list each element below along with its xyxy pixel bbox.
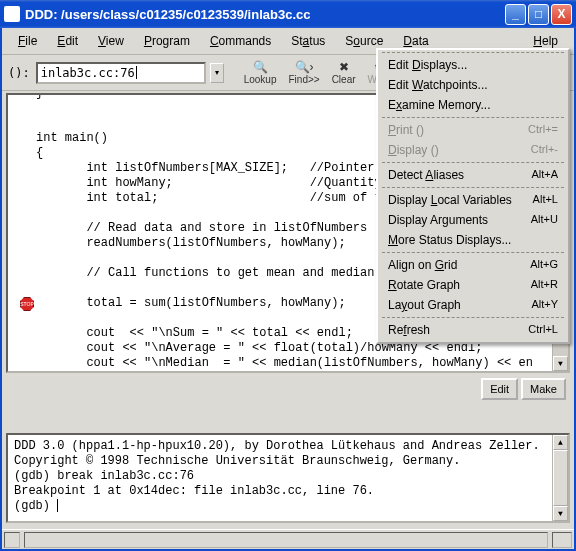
menu-separator bbox=[382, 187, 564, 188]
menu-item-rotate-graph[interactable]: Rotate GraphAlt+R bbox=[378, 275, 568, 295]
menu-item-edit-watchpoints[interactable]: Edit Watchpoints... bbox=[378, 75, 568, 95]
source-line[interactable] bbox=[14, 371, 566, 373]
menu-status[interactable]: Status bbox=[281, 31, 335, 51]
window-body: FileEditViewProgramCommandsStatusSourceD… bbox=[0, 28, 576, 551]
make-button[interactable]: Make bbox=[521, 378, 566, 400]
status-segment bbox=[24, 532, 548, 548]
find-icon: 🔍› bbox=[295, 60, 313, 74]
menu-separator bbox=[382, 317, 564, 318]
lookup-button[interactable]: 🔍Lookup bbox=[238, 58, 283, 87]
lookup-icon: 🔍 bbox=[251, 60, 269, 74]
console-line: Copyright © 1998 Technische Universität … bbox=[14, 454, 562, 469]
source-line[interactable]: cout << "\nMedian = " << median(listOfNu… bbox=[14, 356, 566, 371]
scroll-down-icon[interactable]: ▼ bbox=[553, 356, 568, 371]
console-line: DDD 3.0 (hppa1.1-hp-hpux10.20), by Dorot… bbox=[14, 439, 562, 454]
scroll-up-icon[interactable]: ▲ bbox=[553, 435, 568, 450]
scroll-down-icon[interactable]: ▼ bbox=[553, 506, 568, 521]
scroll-thumb[interactable] bbox=[553, 450, 568, 506]
breakpoint-stop-icon[interactable]: STOP bbox=[20, 297, 34, 311]
menu-item-more-status-displays[interactable]: More Status Displays... bbox=[378, 230, 568, 250]
menu-item-display-local-variables[interactable]: Display Local VariablesAlt+L bbox=[378, 190, 568, 210]
app-icon bbox=[4, 6, 20, 22]
menu-item-display-arguments[interactable]: Display ArgumentsAlt+U bbox=[378, 210, 568, 230]
menu-separator bbox=[382, 162, 564, 163]
console-line: (gdb) bbox=[14, 499, 562, 514]
menu-tearoff[interactable] bbox=[382, 52, 564, 53]
menu-item-edit-displays[interactable]: Edit Displays... bbox=[378, 55, 568, 75]
menu-item-layout-graph[interactable]: Layout GraphAlt+Y bbox=[378, 295, 568, 315]
titlebar[interactable]: DDD: /users/class/c01235/c0123539/inlab3… bbox=[0, 0, 576, 28]
menu-program[interactable]: Program bbox=[134, 31, 200, 51]
menu-item-display: Display ()Ctrl+- bbox=[378, 140, 568, 160]
clear-icon: ✖ bbox=[335, 60, 353, 74]
menu-item-detect-aliases[interactable]: Detect AliasesAlt+A bbox=[378, 165, 568, 185]
menu-item-examine-memory[interactable]: Examine Memory... bbox=[378, 95, 568, 115]
argument-label: (): bbox=[8, 66, 32, 80]
maximize-button[interactable]: □ bbox=[528, 4, 549, 25]
console-scrollbar[interactable]: ▲ ▼ bbox=[552, 435, 568, 521]
menu-file[interactable]: File bbox=[8, 31, 47, 51]
argument-input-value: inlab3c.cc:76 bbox=[41, 66, 135, 80]
menu-separator bbox=[382, 252, 564, 253]
statusbar bbox=[2, 529, 574, 549]
window-title: DDD: /users/class/c01235/c0123539/inlab3… bbox=[25, 7, 505, 22]
edit-button[interactable]: Edit bbox=[481, 378, 518, 400]
menu-separator bbox=[382, 117, 564, 118]
close-button[interactable]: X bbox=[551, 4, 572, 25]
status-segment bbox=[4, 532, 20, 548]
argument-input[interactable]: inlab3c.cc:76 bbox=[36, 62, 206, 84]
status-segment bbox=[552, 532, 572, 548]
menu-item-refresh[interactable]: RefreshCtrl+L bbox=[378, 320, 568, 340]
data-menu-dropdown: Edit Displays...Edit Watchpoints...Exami… bbox=[376, 48, 570, 344]
find-button[interactable]: 🔍›Find>> bbox=[283, 58, 326, 87]
menu-view[interactable]: View bbox=[88, 31, 134, 51]
minimize-button[interactable]: _ bbox=[505, 4, 526, 25]
menu-item-align-on-grid[interactable]: Align on GridAlt+G bbox=[378, 255, 568, 275]
menu-edit[interactable]: Edit bbox=[47, 31, 88, 51]
console-line: Breakpoint 1 at 0x14dec: file inlab3c.cc… bbox=[14, 484, 562, 499]
menu-item-print: Print ()Ctrl+= bbox=[378, 120, 568, 140]
clear-button[interactable]: ✖Clear bbox=[326, 58, 362, 87]
console-area[interactable]: DDD 3.0 (hppa1.1-hp-hpux10.20), by Dorot… bbox=[6, 433, 570, 523]
console-line: (gdb) break inlab3c.cc:76 bbox=[14, 469, 562, 484]
menu-commands[interactable]: Commands bbox=[200, 31, 281, 51]
argument-dropdown[interactable]: ▾ bbox=[210, 63, 224, 83]
